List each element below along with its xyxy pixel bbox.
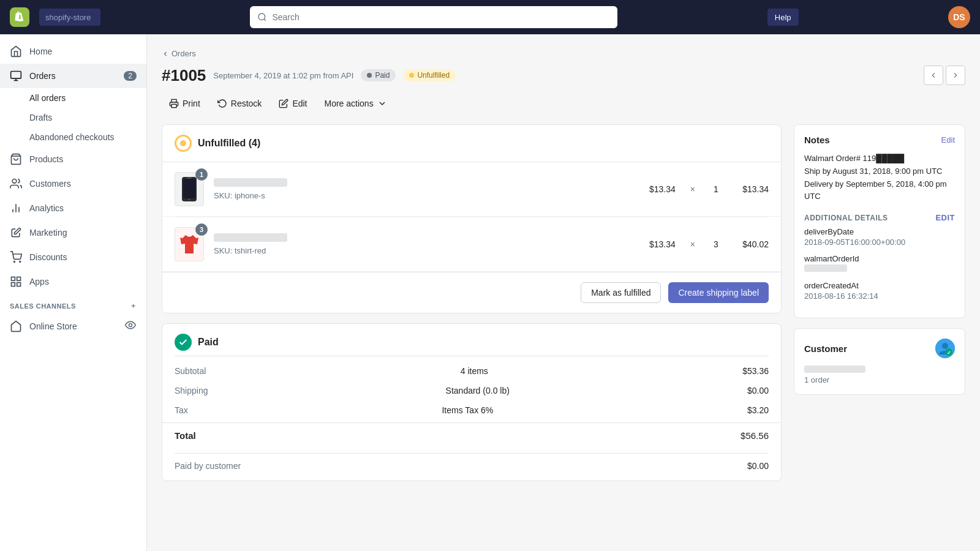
iphone-qty-badge: 1: [195, 168, 208, 181]
payment-row-shipping: Shipping Standard (0.0 lb) $0.00: [162, 381, 781, 400]
total-label: Total: [175, 430, 196, 441]
print-icon: [169, 99, 179, 108]
main-column: Unfulfilled (4): [162, 124, 782, 491]
sidebar-item-marketing-label: Marketing: [29, 228, 67, 238]
payment-header: Paid: [162, 324, 781, 356]
search-icon: [257, 12, 267, 22]
restock-button[interactable]: Restock: [210, 95, 270, 112]
additional-field-walmartorderid: walmartOrderId: [804, 254, 955, 274]
sidebar-item-products[interactable]: Products: [0, 147, 146, 171]
chevron-right-icon: [951, 71, 960, 80]
sidebar-item-all-orders[interactable]: All orders: [0, 88, 146, 108]
unfulfilled-title: Unfulfilled (4): [198, 138, 260, 149]
paid-status-icon: [175, 334, 192, 351]
checkmark-icon: [178, 337, 188, 347]
discounts-icon: [10, 251, 22, 263]
sales-channels-header: SALES CHANNELS ＋: [0, 294, 146, 313]
iphone-sku: SKU: iphone-s: [214, 191, 265, 200]
svg-rect-13: [17, 283, 21, 287]
walmartorderid-key: walmartOrderId: [804, 254, 955, 263]
subtotal-value: $53.36: [742, 366, 769, 376]
analytics-icon: [10, 202, 22, 214]
notes-header: Notes Edit: [804, 135, 955, 145]
payment-divider: [175, 356, 769, 356]
nav-next-button[interactable]: [946, 66, 965, 85]
sidebar-item-abandoned[interactable]: Abandoned checkouts: [0, 127, 146, 147]
online-store-visibility-icon: [124, 319, 137, 333]
svg-point-20: [189, 199, 190, 201]
svg-point-22: [942, 343, 948, 349]
main-content: Orders #1005 September 4, 2019 at 1:02 p…: [147, 34, 980, 551]
mark-fulfilled-button[interactable]: Mark as fulfilled: [581, 282, 661, 303]
notes-edit-button[interactable]: Edit: [941, 135, 955, 144]
customer-title: Customer: [804, 343, 847, 354]
chevron-down-icon: [377, 99, 387, 108]
svg-point-0: [258, 13, 265, 20]
page-title-row: #1005 September 4, 2019 at 1:02 pm from …: [162, 66, 456, 85]
tshirt-price: $13.34: [639, 239, 676, 249]
breadcrumb-label: Orders: [172, 49, 196, 58]
svg-point-10: [20, 261, 21, 263]
deliverbydate-key: deliverByDate: [804, 227, 955, 236]
tshirt-qty: 3: [710, 239, 722, 249]
tax-value: $3.20: [747, 405, 769, 415]
sidebar-item-analytics[interactable]: Analytics: [0, 196, 146, 220]
sidebar-item-marketing[interactable]: Marketing: [0, 220, 146, 245]
more-actions-button[interactable]: More actions: [317, 95, 394, 112]
sidebar: Home Orders 2 All orders Drafts Abandone…: [0, 34, 147, 551]
search-bar[interactable]: [250, 6, 617, 28]
payment-row-total: Total $56.56: [162, 422, 781, 446]
unfulfilled-card: Unfulfilled (4): [162, 124, 782, 313]
iphone-price: $13.34: [639, 184, 676, 194]
payment-row-paid-by: Paid by customer $0.00: [162, 454, 781, 481]
store-name: shopify-store: [39, 9, 100, 26]
sidebar-item-discounts-label: Discounts: [29, 252, 67, 262]
edit-button[interactable]: Edit: [271, 95, 314, 112]
sidebar-item-products-label: Products: [29, 154, 63, 164]
tshirt-multiply: ×: [690, 239, 695, 249]
sidebar-item-orders[interactable]: Orders 2: [0, 64, 146, 88]
paid-by-value: $0.00: [747, 461, 769, 471]
total-value: $56.56: [741, 430, 769, 441]
tshirt-name-placeholder: [214, 233, 287, 242]
unfulfilled-dot: [409, 73, 414, 78]
sidebar-item-apps-label: Apps: [29, 277, 49, 287]
sidebar-item-customers[interactable]: Customers: [0, 171, 146, 196]
iphone-multiply: ×: [690, 184, 695, 194]
additional-edit-button[interactable]: Edit: [935, 213, 955, 222]
add-sales-channel-icon[interactable]: ＋: [130, 301, 137, 310]
svg-text:✓: ✓: [947, 350, 951, 356]
payment-row-subtotal: Subtotal 4 items $53.36: [162, 361, 781, 381]
iphone-item-details: SKU: iphone-s: [214, 178, 629, 200]
svg-rect-11: [12, 277, 15, 281]
sidebar-item-discounts[interactable]: Discounts: [0, 245, 146, 269]
payment-title: Paid: [198, 337, 219, 348]
sidebar-item-home[interactable]: Home: [0, 39, 146, 64]
order-item-tshirt: 3 SKU: tshirt-red $13.34 × 3 $40.02: [162, 217, 781, 272]
edit-icon: [279, 99, 288, 108]
unfulfilled-status-icon: [175, 135, 192, 152]
breadcrumb[interactable]: Orders: [162, 49, 965, 58]
marketing-icon: [10, 227, 22, 239]
tshirt-svg: [179, 233, 199, 255]
tshirt-item-details: SKU: tshirt-red: [214, 233, 629, 255]
help-button[interactable]: Help: [767, 9, 799, 26]
iphone-qty: 1: [710, 184, 722, 194]
create-shipping-label-button[interactable]: Create shipping label: [668, 282, 769, 303]
sidebar-item-orders-label: Orders: [29, 71, 56, 81]
tax-desc: Items Tax 6%: [442, 405, 493, 415]
sidebar-item-online-store[interactable]: Online Store: [0, 313, 146, 339]
customer-card: Customer ✓ 1 order: [794, 328, 965, 395]
additional-field-ordercreatedat: orderCreatedAt 2018-08-16 16:32:14: [804, 281, 955, 301]
customer-avatar-svg: ✓: [935, 339, 955, 358]
restock-icon: [217, 99, 227, 108]
sidebar-item-drafts[interactable]: Drafts: [0, 108, 146, 127]
home-icon: [10, 45, 22, 58]
subtotal-label: Subtotal: [175, 366, 206, 376]
avatar: DS: [948, 6, 970, 28]
sidebar-item-apps[interactable]: Apps: [0, 269, 146, 294]
nav-prev-button[interactable]: [924, 66, 943, 85]
print-button[interactable]: Print: [162, 95, 208, 112]
search-input[interactable]: [272, 12, 610, 22]
shopify-logo: [10, 7, 29, 27]
